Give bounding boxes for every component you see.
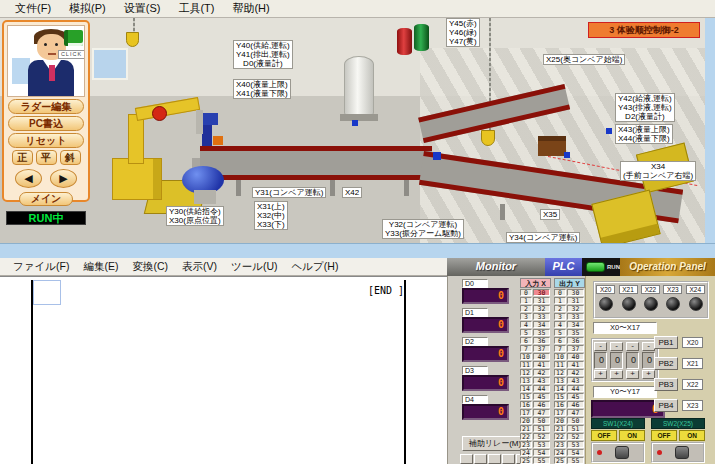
toggle-switch[interactable]: [591, 442, 645, 463]
ladder-canvas[interactable]: [END ]: [0, 276, 447, 464]
register-display: 0: [462, 375, 509, 391]
output-cell: 6: [554, 337, 566, 344]
input-row: 1040: [520, 353, 551, 360]
pb-button[interactable]: PB3: [654, 378, 678, 391]
input-cell: 34: [533, 321, 550, 328]
switch-onoff-labels: OFFON: [651, 430, 705, 441]
ladder-menu-item[interactable]: ヘルプ(H): [285, 259, 346, 275]
input-cell: 4: [520, 321, 532, 328]
sidebar-button[interactable]: リセット: [8, 133, 84, 148]
push-button[interactable]: [599, 297, 613, 311]
view-button[interactable]: 斜: [60, 150, 81, 165]
output-row: 333: [554, 313, 585, 320]
register-name: D0: [462, 279, 488, 288]
pb-button[interactable]: PB2: [654, 357, 678, 370]
thumbwheel-switches: -0+-0+-0+-0+: [591, 338, 659, 382]
output-row: 1646: [554, 401, 585, 408]
output-cell: 35: [567, 329, 584, 336]
ladder-menu-item[interactable]: ツール(U): [224, 259, 285, 275]
output-row: 1343: [554, 377, 585, 384]
input-row: 030: [520, 289, 551, 296]
sidebar-button[interactable]: PC書込: [8, 116, 84, 131]
push-button[interactable]: [644, 297, 658, 311]
pb-button[interactable]: PB1: [654, 336, 678, 349]
sidebar-buttons: ラダー編集PC書込リセット: [4, 99, 88, 148]
pb-button[interactable]: PB4: [654, 399, 678, 412]
ladder-menu-item[interactable]: ファイル(F): [6, 259, 76, 275]
output-cell: 53: [567, 441, 584, 448]
switch-knob: [615, 446, 629, 459]
switch-on-label: ON: [679, 430, 705, 441]
output-row: 2555: [554, 457, 585, 464]
push-button-X22: X22: [641, 285, 661, 317]
thumbwheel-plus-button[interactable]: +: [594, 370, 607, 379]
input-row: 2050: [520, 417, 551, 424]
input-row: 333: [520, 313, 551, 320]
scene-label-line: Y34(コンベア運転): [509, 233, 577, 242]
input-cell: 21: [520, 425, 532, 432]
output-row: 2353: [554, 441, 585, 448]
ladder-menu-item[interactable]: 変換(C): [125, 259, 175, 275]
view-button[interactable]: 正: [12, 150, 33, 165]
app-window: 文件(F)模拟(P)设置(S)工具(T)帮助(H): [0, 0, 715, 464]
scene-label: Y34(コンベア運転): [506, 232, 580, 243]
menu-item[interactable]: 设置(S): [115, 0, 170, 17]
input-cell: 6: [520, 337, 532, 344]
sidebar-button[interactable]: ラダー編集: [8, 99, 84, 114]
ladder-menu-item[interactable]: 表示(V): [175, 259, 224, 275]
input-cell: 2: [520, 305, 532, 312]
scene-label: X42: [342, 187, 362, 198]
input-cell: 30: [533, 289, 550, 296]
thumbwheel-minus-button[interactable]: -: [626, 342, 639, 351]
page-button[interactable]: [474, 454, 487, 464]
push-button[interactable]: [689, 297, 703, 311]
operation-panel: X20X21X22X23X24 X0〜X17 -0+-0+-0+-0+ Y0〜Y…: [585, 276, 715, 464]
push-button[interactable]: [666, 297, 680, 311]
arrow-left-button[interactable]: ◀: [15, 169, 42, 188]
page-button[interactable]: [488, 454, 501, 464]
push-button-X24: X24: [686, 285, 706, 317]
output-row: 1141: [554, 361, 585, 368]
robot-joint: [152, 106, 167, 121]
menu-item[interactable]: 帮助(H): [223, 0, 278, 17]
toggle-switch[interactable]: [651, 442, 705, 463]
pb-group-PB3: PB3X22: [654, 378, 703, 391]
output-cell: 14: [554, 385, 566, 392]
arrow-right-button[interactable]: ▶: [50, 169, 77, 188]
output-cell: 3: [554, 313, 566, 320]
output-row: 535: [554, 329, 585, 336]
scene-label-line: X32(中): [257, 211, 285, 220]
page-button[interactable]: [502, 454, 515, 464]
pb-group-PB4: PB4X23: [654, 399, 703, 412]
menu-item[interactable]: 模拟(P): [60, 0, 115, 17]
thumbwheel-minus-button[interactable]: -: [610, 342, 623, 351]
input-cell: 50: [533, 417, 550, 424]
menu-item[interactable]: 文件(F): [6, 0, 60, 17]
thumbwheel-plus-button[interactable]: +: [626, 370, 639, 379]
thumbwheel-minus-button[interactable]: -: [594, 342, 607, 351]
aux-relay-button[interactable]: 補助リレー(M): [462, 436, 528, 451]
input-cell: 42: [533, 369, 550, 376]
menu-item[interactable]: 工具(T): [169, 0, 223, 17]
input-row: 636: [520, 337, 551, 344]
input-row: 1242: [520, 369, 551, 376]
scene-label: Y30(供給指令)X30(原点位置): [166, 206, 224, 226]
input-cell: 10: [520, 353, 532, 360]
main-button[interactable]: メイン: [19, 192, 73, 206]
thumbwheel-plus-button[interactable]: +: [610, 370, 623, 379]
pb-button-list: PB1X20PB2X21PB3X22PB4X23: [654, 336, 703, 420]
conveyor-main: [200, 146, 432, 180]
monitor-page-buttons: [460, 454, 529, 464]
output-row: 1545: [554, 393, 585, 400]
input-cell: 20: [520, 417, 532, 424]
ladder-menu-item[interactable]: 編集(E): [76, 259, 125, 275]
output-table: 出力 Y030131232333434535636737104011411242…: [554, 278, 585, 464]
push-button[interactable]: [622, 297, 636, 311]
page-button[interactable]: [460, 454, 473, 464]
view-button[interactable]: 平: [36, 150, 57, 165]
robot-wrist: [196, 110, 203, 134]
input-table: 入力 X030131232333434535636737104011411242…: [520, 278, 551, 464]
scene-label-line: Y47(黄): [449, 37, 477, 46]
run-status: RUN中: [6, 211, 86, 225]
conveyor-leg: [236, 180, 241, 196]
